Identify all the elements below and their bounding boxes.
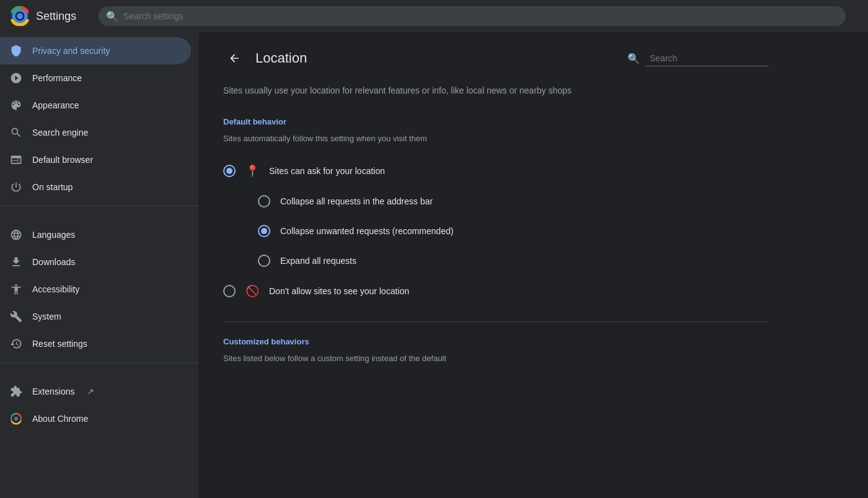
external-link-icon: ↗ xyxy=(87,387,94,396)
about-chrome-icon xyxy=(10,413,22,425)
sidebar-item-about-chrome[interactable]: About Chrome xyxy=(0,405,191,432)
radio-option-expand-all[interactable]: Expand all requests xyxy=(223,246,769,276)
page-search-wrap: 🔍 xyxy=(627,51,769,66)
sidebar-item-about-chrome-label: About Chrome xyxy=(32,414,88,424)
default-browser-icon xyxy=(10,154,22,166)
sidebar-item-search-engine-label: Search engine xyxy=(32,128,88,138)
default-behavior-title: Default behavior xyxy=(223,117,769,126)
sidebar-item-default-browser[interactable]: Default browser xyxy=(0,146,191,173)
content-divider xyxy=(223,321,769,322)
topbar: Settings 🔍 xyxy=(0,0,868,32)
customized-behaviors-title: Customized behaviors xyxy=(223,337,769,346)
sidebar-item-extensions[interactable]: Extensions ↗ xyxy=(0,378,191,405)
languages-icon xyxy=(10,229,22,241)
topbar-search-input[interactable] xyxy=(99,6,846,26)
page-description: Sites usually use your location for rele… xyxy=(223,84,769,97)
settings-title: Settings xyxy=(36,10,76,23)
radio-option-collapse-all[interactable]: Collapse all requests in the address bar xyxy=(223,186,769,216)
page-header-left: Location xyxy=(223,47,307,69)
search-engine-icon xyxy=(10,126,22,139)
sidebar-item-system[interactable]: System xyxy=(0,303,191,330)
sidebar-item-system-label: System xyxy=(32,312,61,321)
radio-label-collapse-all: Collapse all requests in the address bar xyxy=(280,196,433,206)
page-header: Location 🔍 xyxy=(223,47,769,69)
sidebar-item-downloads-label: Downloads xyxy=(32,257,75,267)
sidebar-item-default-browser-label: Default browser xyxy=(32,155,93,165)
system-icon xyxy=(10,310,22,323)
sidebar-item-reset-settings[interactable]: Reset settings xyxy=(0,330,191,357)
sidebar: Privacy and security Performance Appeara… xyxy=(0,32,198,498)
content-area: Location 🔍 Sites usually use your locati… xyxy=(198,32,868,498)
topbar-search-icon: 🔍 xyxy=(106,11,118,22)
sidebar-item-downloads[interactable]: Downloads xyxy=(0,248,191,276)
sidebar-item-languages-label: Languages xyxy=(32,230,75,240)
sidebar-item-privacy-security[interactable]: Privacy and security xyxy=(0,37,191,64)
radio-circle-collapse-unwanted xyxy=(258,225,270,237)
svg-point-5 xyxy=(17,13,23,19)
radio-label-dont-allow: Don't allow sites to see your location xyxy=(269,286,409,296)
sidebar-item-appearance[interactable]: Appearance xyxy=(0,92,191,119)
sidebar-item-performance[interactable]: Performance xyxy=(0,64,191,92)
page-title: Location xyxy=(255,50,307,66)
radio-option-dont-allow[interactable]: 🚫 Don't allow sites to see your location xyxy=(223,276,769,307)
main-layout: Privacy and security Performance Appeara… xyxy=(0,32,868,498)
accessibility-icon xyxy=(10,283,22,295)
sidebar-item-accessibility-label: Accessibility xyxy=(32,284,79,294)
sidebar-divider-2 xyxy=(0,362,198,363)
radio-group-location: 📍 Sites can ask for your location Collap… xyxy=(223,155,769,307)
sidebar-item-on-startup-label: On startup xyxy=(32,182,73,192)
extensions-icon xyxy=(10,385,22,398)
radio-circle-collapse-all xyxy=(258,195,270,208)
radio-circle-expand-all xyxy=(258,255,270,267)
appearance-icon xyxy=(10,99,22,111)
sidebar-item-reset-settings-label: Reset settings xyxy=(32,339,87,349)
customized-behaviors-subtitle: Sites listed below follow a custom setti… xyxy=(223,354,769,363)
radio-circle-dont-allow xyxy=(223,285,236,297)
chrome-logo-icon xyxy=(10,6,30,26)
sidebar-item-extensions-label: Extensions xyxy=(32,387,74,396)
logo-area: Settings xyxy=(10,6,76,26)
sidebar-item-on-startup[interactable]: On startup xyxy=(0,173,191,201)
radio-label-collapse-unwanted: Collapse unwanted requests (recommended) xyxy=(280,226,453,236)
radio-option-collapse-unwanted[interactable]: Collapse unwanted requests (recommended) xyxy=(223,216,769,246)
reset-settings-icon xyxy=(10,338,22,350)
on-startup-icon xyxy=(10,181,22,193)
page-search-input[interactable] xyxy=(645,51,769,66)
location-blocked-icon: 🚫 xyxy=(246,284,259,298)
sidebar-item-performance-label: Performance xyxy=(32,73,82,83)
default-behavior-subtitle: Sites automatically follow this setting … xyxy=(223,134,769,143)
radio-option-ask[interactable]: 📍 Sites can ask for your location xyxy=(223,155,769,186)
downloads-icon xyxy=(10,256,22,268)
svg-point-8 xyxy=(15,417,18,421)
sidebar-divider-1 xyxy=(0,206,198,206)
location-pin-icon: 📍 xyxy=(246,164,259,178)
radio-circle-ask xyxy=(223,165,236,177)
radio-label-expand-all: Expand all requests xyxy=(280,256,356,266)
sidebar-item-accessibility[interactable]: Accessibility xyxy=(0,276,191,303)
sidebar-item-privacy-security-label: Privacy and security xyxy=(32,46,110,56)
radio-label-ask: Sites can ask for your location xyxy=(269,166,385,176)
sidebar-item-appearance-label: Appearance xyxy=(32,100,79,110)
page-search-icon: 🔍 xyxy=(627,53,640,64)
back-button[interactable] xyxy=(223,47,246,69)
shield-icon xyxy=(10,45,22,57)
sidebar-item-languages[interactable]: Languages xyxy=(0,221,191,248)
sidebar-item-search-engine[interactable]: Search engine xyxy=(0,119,191,146)
topbar-search-area: 🔍 xyxy=(99,6,846,26)
performance-icon xyxy=(10,72,22,84)
